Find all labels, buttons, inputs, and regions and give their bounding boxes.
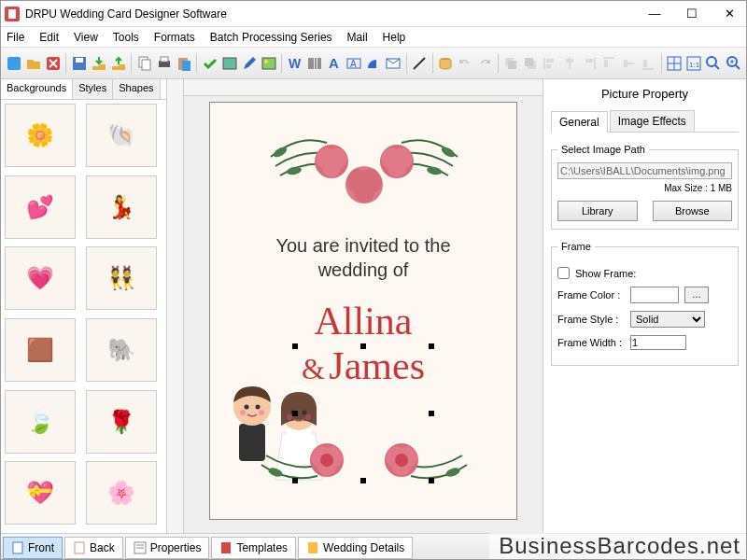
import-icon[interactable] — [109, 53, 127, 74]
bg-thumb[interactable]: 🐘 — [86, 318, 157, 382]
picture-icon[interactable] — [260, 53, 277, 74]
selection-handle[interactable] — [292, 343, 298, 349]
menu-view[interactable]: View — [74, 31, 98, 44]
selection-handle[interactable] — [360, 478, 366, 483]
mail-icon[interactable] — [385, 53, 402, 74]
zoom-icon[interactable] — [705, 53, 723, 74]
svg-point-65 — [259, 410, 264, 415]
svg-point-63 — [256, 405, 261, 410]
export-icon[interactable] — [90, 53, 107, 74]
new-icon[interactable] — [5, 53, 22, 74]
browse-button[interactable]: Browse — [653, 201, 733, 221]
redo-icon[interactable] — [476, 53, 494, 74]
image-icon[interactable] — [220, 53, 238, 74]
check-icon[interactable] — [201, 53, 218, 74]
name1: Allina — [315, 300, 413, 343]
grid-icon[interactable] — [666, 53, 684, 74]
invite-text: You are invited to the wedding of — [210, 233, 516, 282]
paste-icon[interactable] — [175, 53, 192, 74]
bg-thumb[interactable]: 💗 — [5, 246, 76, 310]
bg-thumb[interactable]: 🍃 — [5, 390, 76, 454]
page-icon — [73, 541, 86, 554]
svg-rect-2 — [7, 57, 21, 70]
database-icon[interactable] — [436, 53, 454, 74]
color-picker-button[interactable]: … — [684, 287, 709, 303]
svg-rect-12 — [223, 58, 236, 69]
align-top-icon[interactable] — [600, 53, 618, 74]
selection-handle[interactable] — [429, 478, 434, 483]
bg-thumb[interactable]: 🌹 — [86, 390, 157, 454]
align-right-icon[interactable] — [581, 53, 599, 74]
close-file-icon[interactable] — [44, 53, 62, 74]
pen-icon[interactable] — [240, 53, 258, 74]
bg-thumb[interactable]: 💝 — [5, 461, 76, 525]
wedding-card[interactable]: You are invited to the wedding of Allina… — [209, 102, 517, 520]
menu-help[interactable]: Help — [383, 31, 406, 44]
zoom-in-icon[interactable] — [725, 53, 742, 74]
show-frame-checkbox[interactable] — [557, 267, 570, 279]
menu-batch[interactable]: Batch Processing Series — [210, 31, 332, 44]
print-icon[interactable] — [155, 53, 173, 74]
close-button[interactable]: ✕ — [716, 5, 742, 23]
selection-handle[interactable] — [429, 343, 434, 349]
selection-handle[interactable] — [429, 411, 434, 416]
undo-icon[interactable] — [456, 53, 473, 74]
status-tab-templates[interactable]: Templates — [211, 537, 296, 559]
maximize-button[interactable]: ☐ — [679, 5, 705, 23]
status-tab-front[interactable]: Front — [3, 537, 63, 559]
wordart-icon[interactable]: W — [286, 53, 303, 74]
menu-file[interactable]: File — [7, 31, 24, 44]
align-bottom-icon[interactable] — [640, 53, 657, 74]
text-icon[interactable]: A — [325, 53, 343, 74]
barcode-icon[interactable] — [305, 53, 323, 74]
side-tab-backgrounds[interactable]: Backgrounds — [1, 79, 73, 99]
shape-icon[interactable] — [365, 53, 383, 74]
frame-width-input[interactable] — [630, 335, 686, 350]
frame-style-label: Frame Style : — [557, 314, 625, 325]
line-icon[interactable] — [410, 53, 428, 74]
tab-general[interactable]: General — [551, 111, 608, 133]
selection-handle[interactable] — [292, 478, 298, 483]
bg-thumb[interactable]: 🐚 — [86, 104, 157, 167]
send-back-icon[interactable] — [501, 53, 519, 74]
bg-thumb[interactable]: 💃 — [86, 175, 157, 239]
flowers-top-decoration — [210, 110, 517, 222]
align-center-icon[interactable] — [561, 53, 579, 74]
bg-thumb[interactable]: 🌸 — [86, 461, 157, 525]
frame-style-select[interactable]: Solid — [630, 311, 705, 328]
textbox-icon[interactable]: A — [345, 53, 362, 74]
tab-image-effects[interactable]: Image Effects — [610, 110, 695, 132]
bring-front-icon[interactable] — [522, 53, 540, 74]
svg-point-73 — [444, 467, 461, 479]
svg-point-72 — [267, 467, 284, 479]
align-left-icon[interactable] — [542, 53, 559, 74]
align-middle-icon[interactable] — [620, 53, 638, 74]
bg-thumb[interactable]: 💕 — [5, 175, 76, 239]
selection-handle[interactable] — [360, 343, 366, 349]
svg-rect-1 — [8, 9, 16, 19]
minimize-button[interactable]: — — [641, 5, 668, 23]
image-path-input[interactable] — [557, 162, 732, 179]
svg-rect-7 — [142, 60, 150, 70]
status-tab-back[interactable]: Back — [64, 537, 123, 559]
status-tab-properties[interactable]: Properties — [125, 537, 210, 559]
save-icon[interactable] — [70, 53, 88, 74]
side-tab-shapes[interactable]: Shapes — [113, 79, 160, 99]
frame-color-swatch[interactable] — [630, 287, 679, 303]
menu-mail[interactable]: Mail — [347, 31, 368, 44]
copy-icon[interactable] — [135, 53, 153, 74]
library-button[interactable]: Library — [557, 201, 638, 221]
selection-handle[interactable] — [292, 411, 298, 416]
bg-thumb[interactable]: 👯 — [86, 246, 157, 310]
status-tab-wedding-details[interactable]: Wedding Details — [298, 537, 413, 559]
open-icon[interactable] — [24, 53, 42, 74]
menu-edit[interactable]: Edit — [39, 31, 59, 44]
zoom-fit-icon[interactable]: 1:1 — [685, 53, 703, 74]
svg-point-77 — [395, 454, 408, 467]
bg-thumb[interactable]: 🌼 — [5, 104, 76, 167]
bg-thumb[interactable]: 🟫 — [5, 318, 76, 382]
svg-rect-78 — [13, 542, 22, 553]
menu-tools[interactable]: Tools — [113, 31, 139, 44]
menu-formats[interactable]: Formats — [154, 31, 195, 44]
side-tab-styles[interactable]: Styles — [73, 79, 113, 99]
